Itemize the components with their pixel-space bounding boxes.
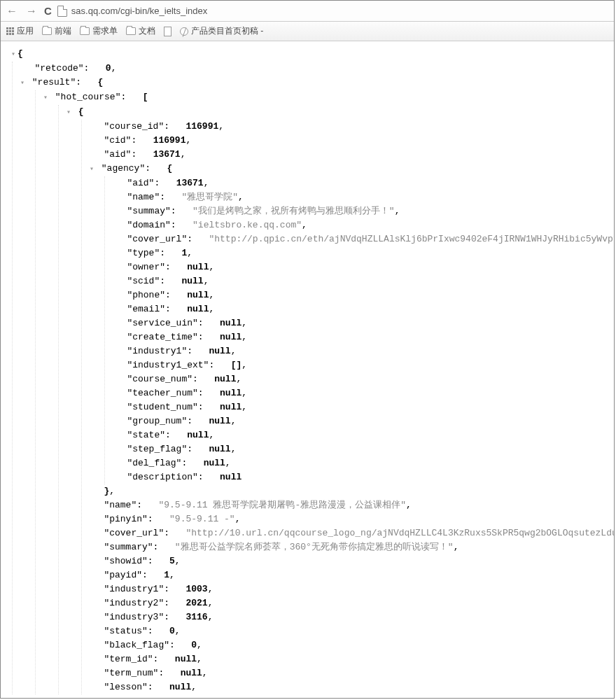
json-brace: } <box>104 484 109 498</box>
bookmark-page-product[interactable]: 产品类目首页初稿 - <box>180 25 263 37</box>
json-number: 13671 <box>153 148 181 162</box>
json-number: 13671 <box>176 176 204 190</box>
json-string: "9.5-9.11 雅思哥学院暑期屠鸭-雅思路漫漫，公益课相伴" <box>158 498 406 512</box>
json-key: "del_flag": <box>127 456 187 470</box>
json-key: "cover_url": <box>104 526 169 540</box>
json-null: null <box>209 442 230 456</box>
json-key: "name": <box>104 498 142 512</box>
json-number: 3116 <box>186 610 207 624</box>
json-key: "term_id": <box>104 652 158 666</box>
toggle-icon[interactable]: ▾ <box>41 91 50 105</box>
json-string: "http://p.qpic.cn/eth/ajNVdqHZLLAlsKlj6b… <box>209 232 615 246</box>
bookmark-folder-docs[interactable]: 文档 <box>126 25 155 37</box>
json-null: null <box>209 414 230 428</box>
toggle-icon[interactable]: ▾ <box>9 48 18 62</box>
json-key: "create_time": <box>127 330 203 344</box>
json-brace: { <box>18 47 23 61</box>
json-number: 116991 <box>186 120 218 134</box>
json-key: "industry1": <box>127 344 192 358</box>
json-null: null <box>187 428 209 442</box>
toggle-icon[interactable]: ▾ <box>88 162 96 176</box>
json-key: "aid": <box>127 176 160 190</box>
json-number: 1 <box>164 568 169 582</box>
toggle-icon[interactable]: ▾ <box>18 76 27 90</box>
bookmark-page[interactable] <box>164 27 172 36</box>
json-null: null <box>209 344 230 358</box>
address-bar[interactable]: sas.qq.com/cgi-bin/ke_ielts_index <box>57 6 610 17</box>
json-key: "agency": <box>102 162 150 176</box>
bookmark-folder-requirements[interactable]: 需求单 <box>80 25 118 37</box>
json-key: "status": <box>104 624 153 638</box>
toggle-icon[interactable]: ▾ <box>64 106 73 120</box>
json-number: 5 <box>169 554 175 568</box>
page-icon <box>57 6 67 17</box>
browser-nav-bar: ← → C sas.qq.com/cgi-bin/ke_ielts_index <box>1 1 614 22</box>
json-key: "result": <box>32 76 81 90</box>
bookmark-folder-frontend[interactable]: 前端 <box>42 25 71 37</box>
json-key: "summay": <box>127 204 176 218</box>
json-key: "pinyin": <box>104 512 153 526</box>
folder-icon <box>80 27 90 35</box>
json-number: 116991 <box>153 134 186 148</box>
json-key: "industry2": <box>104 596 169 610</box>
json-key: "step_flag": <box>127 442 192 456</box>
json-null: null <box>220 316 241 330</box>
apps-grid-icon <box>6 27 14 35</box>
apps-label: 应用 <box>17 25 34 37</box>
json-key: "scid": <box>127 274 165 288</box>
json-key: "showid": <box>104 554 153 568</box>
json-number: 0 <box>106 62 111 76</box>
json-key: "black_flag": <box>104 638 174 652</box>
json-null: null <box>220 400 241 414</box>
json-key: "retcode": <box>34 62 89 76</box>
bookmarks-bar: 应用 前端 需求单 文档 产品类目首页初稿 - <box>1 22 614 41</box>
json-key: "cover_url": <box>127 232 192 246</box>
json-string: "我们是烤鸭之家，祝所有烤鸭与雅思顺利分手！" <box>192 204 395 218</box>
json-string: "雅思哥公益学院名师荟萃，360°无死角带你搞定雅思的听说读写！" <box>175 540 454 554</box>
json-key: "course_num": <box>127 372 197 386</box>
json-null: null <box>175 652 197 666</box>
json-null: null <box>187 302 209 316</box>
json-null: null <box>187 260 209 274</box>
json-null: null <box>220 386 241 400</box>
bookmark-label: 文档 <box>139 25 155 37</box>
json-string: "9.5-9.11 -" <box>169 512 235 526</box>
globe-icon <box>180 27 188 36</box>
json-brace: { <box>97 76 103 90</box>
json-key: "course_id": <box>104 120 169 134</box>
json-key: "group_num": <box>127 414 192 428</box>
json-key: "industry1_ext": <box>127 358 214 372</box>
json-key: "summary": <box>104 540 158 554</box>
json-key: "teacher_num": <box>127 386 203 400</box>
json-string: "雅思哥学院" <box>181 190 238 204</box>
json-brace: { <box>78 105 84 119</box>
folder-icon <box>126 27 136 35</box>
json-number: 0 <box>169 624 175 638</box>
json-null: null <box>169 680 191 694</box>
apps-button[interactable]: 应用 <box>6 25 34 37</box>
json-key: "type": <box>127 246 165 260</box>
json-key: "payid": <box>104 568 147 582</box>
json-key: "domain": <box>127 218 176 232</box>
json-key: "owner": <box>127 260 170 274</box>
json-number: 1 <box>181 246 187 260</box>
forward-button[interactable]: → <box>24 5 38 18</box>
back-button[interactable]: ← <box>5 5 19 18</box>
json-bracket: [ <box>143 90 148 104</box>
json-string: "ieltsbro.ke.qq.com" <box>192 218 302 232</box>
document-icon <box>164 27 172 36</box>
json-number: 0 <box>191 638 197 652</box>
json-key: "industry3": <box>104 610 169 624</box>
bookmark-label: 前端 <box>55 25 71 37</box>
json-key: "hot_course": <box>55 90 126 104</box>
json-bracket: [] <box>231 358 242 372</box>
json-null: null <box>204 456 225 470</box>
json-key: "student_num": <box>127 400 203 414</box>
refresh-button[interactable]: C <box>44 5 52 17</box>
json-key: "phone": <box>127 288 170 302</box>
json-null: null <box>187 288 209 302</box>
json-key: "service_uin": <box>127 316 203 330</box>
bookmark-label: 产品类目首页初稿 - <box>191 25 263 37</box>
json-key: "email": <box>127 302 170 316</box>
json-key: "state": <box>127 428 170 442</box>
